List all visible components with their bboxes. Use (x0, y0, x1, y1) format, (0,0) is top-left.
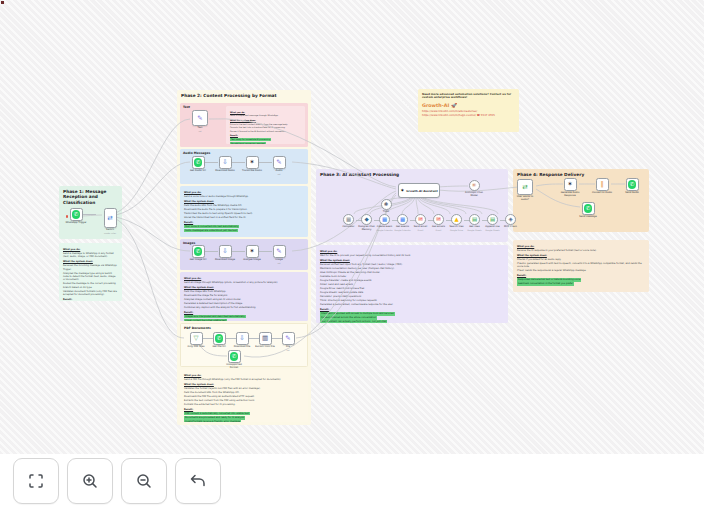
undo-button[interactable] (175, 458, 221, 504)
transcribe-audio-node-wrap: ✶Transcribe Audio (240, 156, 264, 173)
promo-link-1[interactable]: https://www.linkedin.com/in/abelcasturia… (422, 110, 515, 113)
user-wants-audio-node[interactable]: ⇄ (517, 179, 533, 195)
unsupported-format-node-icon: ✆ (230, 352, 239, 361)
phase1-group: Phase 1: Message Reception and Classific… (59, 186, 122, 239)
calendar-get-events-node[interactable]: ▦ (397, 214, 408, 225)
only-pdf-files-node[interactable]: ▽ (190, 332, 203, 345)
note-line: Send a message to WhatsApp in any format… (63, 252, 118, 259)
download-image-node[interactable]: ⇩ (219, 245, 232, 258)
image-set-node-wrap: ✎Imageset (267, 245, 291, 264)
calculator-tool-node-icon: ▦ (346, 217, 351, 223)
analyze-image-node[interactable]: ✶ (246, 245, 259, 258)
note-line: Calculator: precise math operations (320, 295, 504, 298)
chat-model-node-wrap: ✳Anthropic Chat Model (463, 180, 485, 198)
transcribe-audio-node[interactable]: ✶ (246, 156, 259, 169)
node-label: Transcribe Audio (242, 170, 262, 173)
note-line: Google Sheets: read and update data (320, 291, 504, 294)
download-image-node-icon: ⇩ (222, 248, 227, 255)
note-heading: Result: (230, 134, 301, 137)
phase1-note: What you do:Send a message to WhatsApp i… (59, 243, 122, 301)
sheets-append-node-wrap: ▤Append rowGoogle Sheets (484, 214, 501, 231)
send-audio-node[interactable]: ✆ (626, 178, 639, 191)
image-set-node[interactable]: ✎ (273, 245, 286, 258)
audio-note: What you do:Send a voice note or audio m… (180, 186, 308, 237)
note-line: Maintains conversation memory per user (… (320, 267, 504, 270)
note-line: Extracts the text content from the PDF u… (184, 399, 304, 402)
drive-search-node-wrap: ▲Search filesGoogle Drive (448, 214, 465, 231)
think-node-wrap: ✱Think (377, 199, 395, 214)
node-subtitle: Google Drive (450, 229, 463, 231)
get-file-url-node[interactable]: ✆ (213, 332, 226, 345)
note-line: Formats the extracted text for AI proces… (184, 403, 304, 406)
zoom-out-button[interactable] (121, 458, 167, 504)
generate-audio-response-node[interactable]: ✶ (564, 178, 577, 191)
text-set-node-wrap: ✎Textset (188, 110, 212, 132)
note-line: Passes it forward to the AI Assistant wi… (230, 130, 301, 133)
gmail-get-node[interactable]: ✉ (433, 214, 444, 225)
sheets-append-node[interactable]: ▤ (487, 214, 498, 225)
extract-from-file-node[interactable]: ▥ (259, 332, 272, 345)
note-line: Generates a detailed text description of… (184, 302, 304, 305)
promo-link-2[interactable]: https://www.linkedin.com/in/hugo-cuomo/ … (422, 114, 515, 117)
ai-assistant-node[interactable]: ✶ Growth-AI Assistant (398, 183, 440, 198)
pdf-section-label: PDF Documents (181, 324, 307, 330)
phase1-title: Phase 1: Message Reception and Classific… (59, 186, 122, 205)
node-subtitle: mode: rules (104, 232, 116, 234)
note-result-item: Visual content becomes usable text (184, 319, 227, 321)
mcp-client-node[interactable]: ◈ (505, 214, 516, 225)
file-set-node[interactable]: ✎ (282, 332, 295, 345)
note-heading: Result: (320, 308, 504, 311)
note-line: Google Calendar: create and manage event… (320, 279, 504, 282)
note-heading: Result: (184, 311, 304, 314)
zoom-in-button[interactable] (67, 458, 113, 504)
get-image-url-node[interactable]: ✆ (192, 245, 205, 258)
calendar-create-event-node-wrap: ▦Create eventGoogle Calendar (376, 214, 393, 231)
zoom-in-icon (80, 471, 100, 491)
sheets-get-rows-node[interactable]: ▤ (469, 214, 480, 225)
workflow-canvas[interactable]: Phase 1: Message Reception and Classific… (0, 0, 704, 514)
convert-to-audio-node[interactable]: ‖ (596, 178, 609, 191)
think-tool-node[interactable]: ✱ (381, 199, 392, 210)
audio-set-node[interactable]: ✎ (273, 156, 286, 169)
note-line: Gets the image URL from WhatsApp. (184, 290, 304, 293)
download-file-node[interactable]: ⇩ (236, 332, 249, 345)
note-line: If audio: generates speech with text-to-… (517, 262, 645, 269)
text-set-node[interactable]: ✎ (192, 110, 208, 126)
calculator-tool-node[interactable]: ▦ (343, 214, 354, 225)
note-heading: What the system does: (63, 260, 118, 263)
bottom-toolbar (0, 454, 704, 514)
anthropic-chat-model-node[interactable]: ✳ (469, 180, 480, 191)
phase3-title: Phase 3: AI Assistant Processing (316, 169, 508, 177)
promo-intro: Need more advanced automation solutions?… (422, 93, 515, 101)
note-result-item: Documents are processed and ready for AI… (184, 416, 245, 419)
whatsapp-trigger-node[interactable]: ✆ (70, 208, 83, 221)
note-line: Send a PDF file through WhatsApp (only t… (184, 378, 304, 381)
convert-audio-wrap: ‖Convert to Audio (590, 178, 614, 195)
calendar-create-event-node[interactable]: ▦ (379, 214, 390, 225)
drive-search-node[interactable]: ▲ (451, 214, 462, 225)
images-section-nodes: ✆Get Image Url⇩Download Image✶Analyze Im… (186, 245, 291, 264)
postgres-chat-memory-node[interactable]: ◆ (361, 214, 372, 225)
send-message-node[interactable]: ✆ (582, 202, 595, 215)
fullscreen-button[interactable] (13, 458, 59, 504)
note-line: Wait for the AI to process your request … (320, 254, 504, 257)
unsupported-format-node[interactable]: ✆ (228, 350, 241, 363)
image-set-node-icon: ✎ (276, 248, 281, 255)
calculator-tool-node-wrap: ▦Calculator (340, 214, 357, 229)
node-label: Analyze Image (243, 259, 261, 262)
phase1-nodes: ✆WhatsApp Trigger⇄Switchmode: rules (64, 208, 122, 234)
switch-node-wrap: ⇄Switchmode: rules (98, 208, 122, 234)
screen-artifact-dot (1, 1, 4, 4)
audio-section: Audio Messages ✆Get Audio Url⇩Download A… (180, 149, 308, 184)
download-file-node-icon: ⇩ (239, 335, 244, 342)
only-pdf-files-node-wrap: ▽Only PDF Files (185, 332, 207, 349)
download-audio-node[interactable]: ⇩ (219, 156, 232, 169)
download-file-node-wrap: ⇩Download File (231, 332, 253, 349)
note-result-item: Text ready for immediate AI processing (230, 138, 271, 141)
gmail-send-node[interactable]: ✉ (415, 214, 426, 225)
get-audio-url-node[interactable]: ✆ (192, 156, 205, 169)
sheets-append-node-icon: ▤ (490, 217, 495, 223)
switch-node[interactable]: ⇄ (104, 208, 117, 228)
audio-set-node-icon: ✎ (276, 159, 281, 166)
note-line: Checks if you asked for an audio reply. (517, 258, 645, 261)
